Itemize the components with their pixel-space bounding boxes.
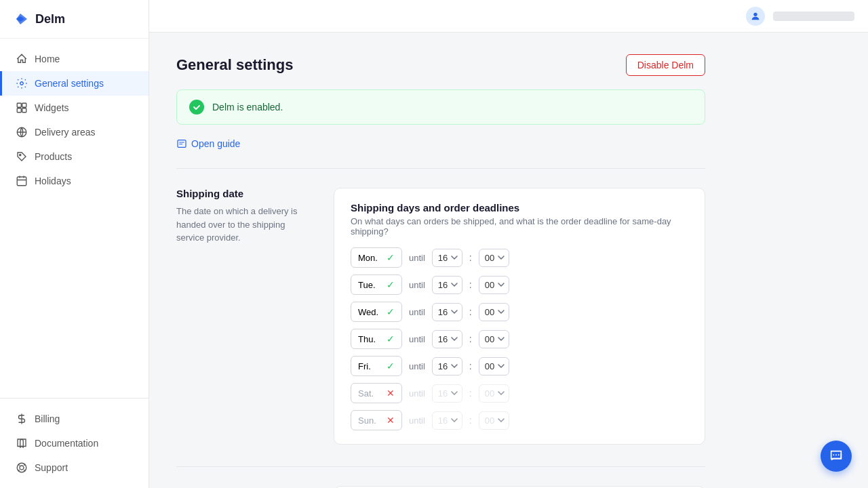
day-button-fri[interactable]: Fri. ✓ [351, 356, 402, 376]
day-label: Mon. [358, 253, 378, 263]
page-title: General settings [176, 56, 293, 74]
until-label: until [409, 307, 425, 317]
day-row-fri: Fri. ✓ until 000102030405060708091011121… [351, 356, 688, 376]
sidebar-label-documentation: Documentation [35, 438, 98, 449]
svg-rect-12 [178, 140, 186, 148]
svg-point-0 [20, 82, 24, 85]
calendar-icon [16, 175, 28, 187]
tag-icon [16, 150, 28, 163]
card-subtitle-shipping: On what days can orders be shipped, and … [351, 216, 688, 237]
hour-select-6: 0001020304050607080910111213141516171819… [432, 411, 462, 430]
sidebar: Delm Home General settings Widgets Deliv… [0, 0, 149, 488]
check-icon: ✓ [387, 361, 395, 371]
day-button-mon[interactable]: Mon. ✓ [351, 247, 402, 268]
days-container: Mon. ✓ until 000102030405060708091011121… [351, 247, 688, 430]
hour-select-0[interactable]: 0001020304050607080910111213141516171819… [432, 249, 462, 267]
disable-delm-button[interactable]: Disable Delm [626, 54, 705, 76]
sidebar-item-general-settings[interactable]: General settings [0, 71, 149, 96]
page-header: General settings Disable Delm [176, 54, 705, 76]
minute-select-3[interactable]: 00153045 [479, 330, 509, 348]
svg-rect-7 [17, 177, 26, 186]
minute-select-2[interactable]: 00153045 [479, 303, 509, 321]
svg-point-15 [838, 454, 840, 455]
day-button-tue[interactable]: Tue. ✓ [351, 274, 402, 295]
day-row-tue: Tue. ✓ until 000102030405060708091011121… [351, 274, 688, 295]
gear-icon [16, 77, 28, 89]
shipping-date-title: Shipping date [176, 188, 312, 199]
enabled-alert: Delm is enabled. [176, 89, 705, 125]
alert-text: Delm is enabled. [212, 102, 283, 113]
day-row-sun: Sun. ✕ until 000102030405060708091011121… [351, 410, 688, 430]
main-content: General settings Disable Delm Delm is en… [149, 0, 868, 488]
guide-link-text: Open guide [191, 138, 240, 149]
section-divider [176, 168, 705, 169]
day-label: Tue. [358, 280, 376, 290]
sidebar-item-widgets[interactable]: Widgets [0, 96, 149, 120]
dollar-icon [16, 413, 28, 425]
colon: : [469, 333, 472, 344]
svg-rect-3 [17, 108, 21, 113]
section-divider-2 [176, 466, 705, 467]
shipping-date-section: Shipping date The date on which a delive… [176, 188, 705, 445]
colon: : [469, 306, 472, 317]
minute-select-4[interactable]: 00153045 [479, 357, 509, 375]
shipping-date-right: Shipping days and order deadlines On wha… [334, 188, 705, 445]
sidebar-item-holidays[interactable]: Holidays [0, 169, 149, 193]
sidebar-label-billing: Billing [35, 413, 60, 424]
sidebar-bottom: Billing Documentation Support [0, 398, 149, 488]
sidebar-item-support[interactable]: Support [0, 455, 149, 480]
hour-select-5: 0001020304050607080910111213141516171819… [432, 384, 462, 403]
user-name-bar [773, 12, 854, 21]
chat-bubble[interactable] [821, 441, 852, 472]
hour-select-4[interactable]: 0001020304050607080910111213141516171819… [432, 357, 462, 375]
hour-select-1[interactable]: 0001020304050607080910111213141516171819… [432, 276, 462, 294]
sidebar-item-billing[interactable]: Billing [0, 407, 149, 431]
x-icon: ✕ [387, 388, 395, 399]
until-label: until [409, 253, 425, 263]
check-icon: ✓ [387, 279, 395, 290]
sidebar-label-widgets: Widgets [35, 102, 69, 113]
logo: Delm [0, 0, 149, 39]
hour-select-3[interactable]: 0001020304050607080910111213141516171819… [432, 330, 462, 348]
user-icon [750, 11, 761, 22]
minute-select-6: 00153045 [479, 411, 509, 430]
guide-icon [176, 138, 187, 149]
until-label: until [409, 388, 425, 399]
until-label: until [409, 280, 425, 290]
until-label: until [409, 415, 425, 426]
open-guide-link[interactable]: Open guide [176, 138, 705, 149]
day-button-thu[interactable]: Thu. ✓ [351, 329, 402, 349]
logo-text: Delm [35, 12, 65, 26]
svg-point-14 [835, 454, 837, 455]
sidebar-item-products[interactable]: Products [0, 144, 149, 169]
check-icon: ✓ [387, 333, 395, 344]
svg-rect-2 [22, 103, 26, 107]
day-button-wed[interactable]: Wed. ✓ [351, 302, 402, 322]
sidebar-label-home: Home [35, 54, 60, 64]
day-button-sat[interactable]: Sat. ✕ [351, 383, 402, 403]
sidebar-nav: Home General settings Widgets Delivery a… [0, 39, 149, 226]
support-icon [16, 462, 28, 474]
day-button-sun[interactable]: Sun. ✕ [351, 410, 402, 430]
shipping-days-card: Shipping days and order deadlines On wha… [334, 188, 705, 445]
day-row-sat: Sat. ✕ until 000102030405060708091011121… [351, 383, 688, 403]
check-icon: ✓ [387, 306, 395, 317]
minute-select-1[interactable]: 00153045 [479, 276, 509, 294]
minute-select-5: 00153045 [479, 384, 509, 403]
user-avatar [746, 7, 765, 26]
svg-point-10 [20, 466, 24, 470]
home-icon [16, 53, 28, 65]
minute-select-0[interactable]: 00153045 [479, 249, 509, 267]
sidebar-item-documentation[interactable]: Documentation [0, 431, 149, 455]
sidebar-label-delivery-areas: Delivery areas [35, 127, 95, 138]
sidebar-item-home[interactable]: Home [0, 47, 149, 71]
topbar [149, 0, 868, 33]
sidebar-item-delivery-areas[interactable]: Delivery areas [0, 120, 149, 144]
hour-select-2[interactable]: 0001020304050607080910111213141516171819… [432, 303, 462, 321]
day-label: Wed. [358, 307, 378, 317]
day-label: Sun. [358, 415, 376, 426]
sidebar-label-general-settings: General settings [35, 78, 104, 89]
colon: : [469, 252, 472, 263]
check-icon: ✓ [387, 252, 395, 263]
svg-point-13 [833, 454, 834, 455]
